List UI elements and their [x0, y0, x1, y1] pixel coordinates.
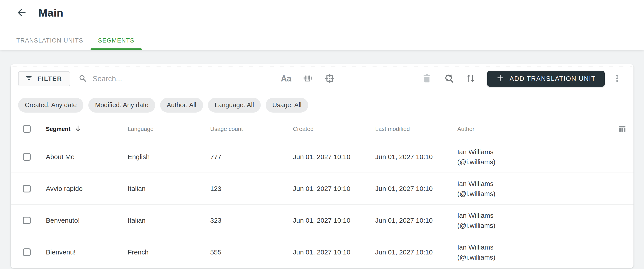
cell-segment: About Me	[46, 153, 128, 161]
plus-icon	[496, 74, 504, 84]
filter-button-label: FILTER	[37, 75, 62, 82]
search-box	[78, 74, 270, 84]
cell-language: Italian	[128, 185, 210, 192]
trash-icon	[422, 73, 432, 84]
match-case-icon: Aa	[281, 74, 291, 84]
author-name: Ian Williams	[457, 210, 613, 220]
sort-order-button[interactable]	[465, 73, 476, 84]
cell-created: Jun 01, 2027 10:10	[293, 217, 375, 224]
chip-label: Language: All	[215, 101, 254, 109]
chip-created[interactable]: Created: Any date	[18, 98, 84, 113]
add-translation-unit-button[interactable]: ADD TRANSLATION UNIT	[487, 71, 605, 87]
page-header: Main TRANSLATION UNITS SEGMENTS	[0, 0, 644, 50]
column-header-created[interactable]: Created	[293, 126, 375, 132]
cell-author: Ian Williams (@i.williams)	[457, 242, 613, 262]
column-settings-icon	[618, 124, 627, 134]
filter-icon	[25, 74, 33, 84]
row-checkbox[interactable]	[23, 248, 31, 256]
cell-last-modified: Jun 01, 2027 10:10	[375, 185, 457, 192]
more-options-button[interactable]	[612, 73, 622, 84]
cell-language: Italian	[128, 217, 210, 224]
table-row[interactable]: Benvenuto! Italian 323 Jun 01, 2027 10:1…	[11, 204, 634, 236]
chip-language[interactable]: Language: All	[208, 98, 261, 113]
barcode-whole-word-icon	[303, 73, 313, 84]
action-buttons	[422, 73, 476, 84]
chip-author[interactable]: Author: All	[160, 98, 203, 113]
cell-last-modified: Jun 01, 2027 10:10	[375, 248, 457, 256]
chip-usage[interactable]: Usage: All	[266, 98, 308, 113]
match-case-button[interactable]: Aa	[281, 73, 291, 84]
filter-chip-row: Created: Any date Modified: Any date Aut…	[11, 93, 634, 117]
chip-label: Author: All	[167, 101, 196, 109]
tab-segments[interactable]: SEGMENTS	[90, 31, 142, 50]
main-content: FILTER Aa	[0, 50, 644, 268]
cell-usage-count: 777	[210, 153, 293, 161]
chip-modified[interactable]: Modified: Any date	[88, 98, 155, 113]
whole-word-button[interactable]	[302, 73, 313, 84]
row-checkbox[interactable]	[23, 185, 31, 192]
tab-label: SEGMENTS	[98, 37, 134, 44]
author-handle: (@i.williams)	[457, 220, 613, 230]
column-label: Segment	[46, 126, 70, 132]
search-icon	[78, 74, 87, 84]
tab-translation-units[interactable]: TRANSLATION UNITS	[9, 31, 90, 50]
search-input[interactable]	[92, 75, 270, 83]
regex-button[interactable]	[324, 73, 335, 84]
page-title: Main	[38, 7, 63, 19]
toolbar: FILTER Aa	[11, 64, 634, 93]
select-all-checkbox[interactable]	[23, 125, 31, 133]
kebab-menu-icon	[612, 73, 622, 84]
cell-segment: Benvenuto!	[46, 217, 128, 224]
cell-created: Jun 01, 2027 10:10	[293, 153, 375, 161]
author-handle: (@i.williams)	[457, 252, 613, 262]
column-header-usage-count[interactable]: Usage count	[210, 126, 293, 132]
cell-usage-count: 555	[210, 248, 293, 256]
tab-label: TRANSLATION UNITS	[16, 37, 83, 44]
author-name: Ian Williams	[457, 147, 613, 157]
author-handle: (@i.williams)	[457, 157, 613, 167]
search-option-buttons: Aa	[281, 73, 335, 84]
cell-author: Ian Williams (@i.williams)	[457, 147, 613, 167]
table-row[interactable]: Avvio rapido Italian 123 Jun 01, 2027 10…	[11, 173, 634, 204]
cell-last-modified: Jun 01, 2027 10:10	[375, 153, 457, 161]
cell-last-modified: Jun 01, 2027 10:10	[375, 217, 457, 224]
column-settings-button[interactable]	[617, 124, 628, 134]
cell-author: Ian Williams (@i.williams)	[457, 210, 613, 230]
cell-usage-count: 323	[210, 217, 293, 224]
column-header-last-modified[interactable]: Last modified	[375, 126, 457, 132]
cell-created: Jun 01, 2027 10:10	[293, 185, 375, 192]
filter-button[interactable]: FILTER	[18, 71, 70, 86]
refresh-search-icon	[444, 73, 454, 84]
segments-card: FILTER Aa	[11, 64, 634, 268]
delete-button[interactable]	[422, 73, 432, 84]
table-header: Segment Language Usage count Created Las…	[11, 117, 634, 141]
sort-arrows-icon	[466, 73, 476, 84]
refresh-search-button[interactable]	[444, 73, 454, 84]
add-translation-unit-label: ADD TRANSLATION UNIT	[510, 75, 596, 82]
author-name: Ian Williams	[457, 242, 613, 252]
column-header-language[interactable]: Language	[128, 126, 210, 132]
row-checkbox[interactable]	[23, 217, 31, 224]
arrow-down-icon	[74, 125, 82, 133]
cell-created: Jun 01, 2027 10:10	[293, 248, 375, 256]
cell-language: French	[128, 248, 210, 256]
cell-usage-count: 123	[210, 185, 293, 192]
author-handle: (@i.williams)	[457, 189, 613, 199]
back-button[interactable]	[16, 7, 27, 19]
tab-bar: TRANSLATION UNITS SEGMENTS	[0, 31, 644, 50]
author-name: Ian Williams	[457, 179, 613, 189]
column-header-segment[interactable]: Segment	[46, 125, 128, 133]
cell-author: Ian Williams (@i.williams)	[457, 179, 613, 199]
cell-language: English	[128, 153, 210, 161]
title-row: Main	[0, 0, 644, 19]
column-header-author[interactable]: Author	[457, 126, 613, 132]
cell-segment: Avvio rapido	[46, 185, 128, 192]
chip-label: Modified: Any date	[95, 101, 148, 109]
table-row[interactable]: About Me English 777 Jun 01, 2027 10:10 …	[11, 141, 634, 173]
chip-label: Usage: All	[272, 101, 302, 109]
chip-label: Created: Any date	[25, 101, 77, 109]
row-checkbox[interactable]	[23, 153, 31, 161]
table-row[interactable]: Bienvenu! French 555 Jun 01, 2027 10:10 …	[11, 236, 634, 268]
cell-segment: Bienvenu!	[46, 248, 128, 256]
arrow-left-icon	[16, 7, 27, 19]
